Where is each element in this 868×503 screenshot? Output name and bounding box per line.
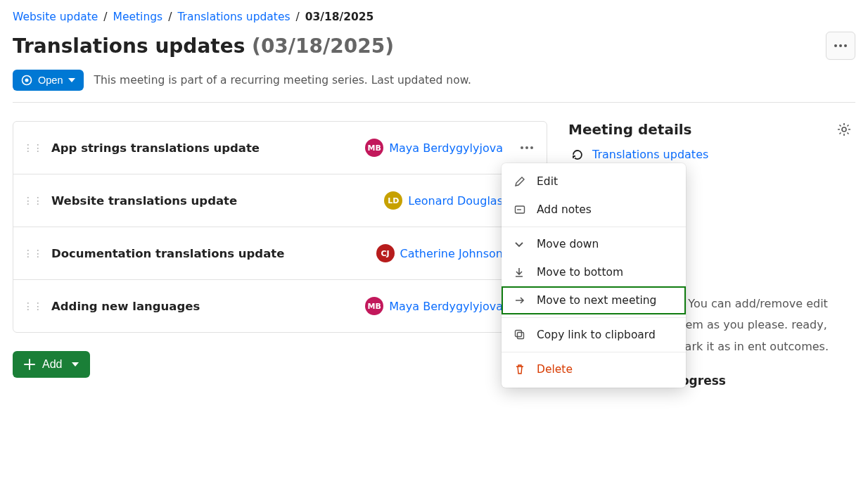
agenda-item[interactable]: ⋮⋮ Website translations update LD Leonar… xyxy=(13,174,547,227)
agenda-item-title: Website translations update xyxy=(51,194,376,208)
svg-point-0 xyxy=(834,44,837,47)
more-icon xyxy=(520,146,534,150)
drag-handle-icon[interactable]: ⋮⋮ xyxy=(23,143,43,153)
recurrence-icon xyxy=(571,148,584,161)
svg-rect-11 xyxy=(516,331,522,337)
settings-button[interactable] xyxy=(833,122,855,137)
agenda-item-more-button[interactable] xyxy=(517,146,537,150)
svg-point-7 xyxy=(530,146,533,149)
svg-point-6 xyxy=(525,146,528,149)
gear-icon xyxy=(837,122,851,136)
arrow-down-to-line-icon xyxy=(514,267,527,277)
menu-delete[interactable]: Delete xyxy=(502,355,686,383)
notes-icon xyxy=(514,204,527,215)
svg-point-1 xyxy=(839,44,842,47)
avatar: LD xyxy=(384,191,402,210)
assignee[interactable]: LD Leonard Douglas xyxy=(384,191,503,210)
menu-edit[interactable]: Edit xyxy=(502,167,686,196)
description-text: n. You can add/remove edit them as you p… xyxy=(674,293,855,357)
agenda-item-context-menu: Edit Add notes Move down xyxy=(502,163,686,388)
drag-handle-icon[interactable]: ⋮⋮ xyxy=(23,196,43,205)
menu-separator xyxy=(502,317,686,318)
menu-move-next-meeting[interactable]: Move to next meeting xyxy=(502,286,686,314)
divider xyxy=(13,102,855,103)
avatar: MB xyxy=(365,297,383,315)
drag-handle-icon[interactable]: ⋮⋮ xyxy=(23,301,43,311)
menu-move-down[interactable]: Move down xyxy=(502,230,686,258)
status-dropdown[interactable]: Open xyxy=(13,70,84,91)
breadcrumb: Website update / Meetings / Translations… xyxy=(13,11,855,23)
avatar: CJ xyxy=(376,244,395,262)
pencil-icon xyxy=(514,176,527,187)
truncated-text: T xyxy=(674,175,855,188)
status-note: This meeting is part of a recurring meet… xyxy=(94,74,471,87)
svg-point-5 xyxy=(521,146,523,149)
caret-down-icon xyxy=(68,78,75,82)
assignee[interactable]: MB Maya Berdygylyjova xyxy=(365,297,503,315)
plus-icon xyxy=(24,359,35,370)
svg-point-12 xyxy=(842,127,846,132)
breadcrumb-separator: / xyxy=(168,11,172,23)
record-icon xyxy=(21,75,32,86)
page-more-button[interactable] xyxy=(826,32,855,60)
caret-down-icon xyxy=(72,362,79,367)
menu-move-bottom[interactable]: Move to bottom xyxy=(502,258,686,286)
breadcrumb-separator: / xyxy=(103,11,107,23)
assignee[interactable]: CJ Catherine Johnson xyxy=(376,244,503,262)
agenda-item[interactable]: ⋮⋮ Documentation translations update CJ … xyxy=(13,227,547,280)
assignee[interactable]: MB Maya Berdygylyjova xyxy=(365,139,503,157)
recurrence-link[interactable]: Translations updates xyxy=(571,148,855,161)
breadcrumb-link[interactable]: Translations updates xyxy=(177,11,290,23)
avatar: MB xyxy=(365,139,383,157)
svg-point-2 xyxy=(844,44,847,47)
breadcrumb-separator: / xyxy=(296,11,300,23)
trash-icon xyxy=(514,364,527,375)
svg-rect-10 xyxy=(518,333,524,339)
arrow-right-icon xyxy=(514,295,527,305)
drag-handle-icon[interactable]: ⋮⋮ xyxy=(23,248,43,258)
agenda-item-title: Adding new languages xyxy=(51,300,357,313)
breadcrumb-link[interactable]: Website update xyxy=(13,11,98,23)
menu-copy-link[interactable]: Copy link to clipboard xyxy=(502,321,686,349)
page-title: Translations updates (03/18/2025) xyxy=(13,34,394,58)
menu-separator xyxy=(502,227,686,227)
svg-point-4 xyxy=(25,79,29,82)
agenda-item[interactable]: ⋮⋮ Adding new languages MB Maya Berdygyl… xyxy=(13,280,547,332)
breadcrumb-link[interactable]: Meetings xyxy=(113,11,163,23)
agenda-item[interactable]: ⋮⋮ App strings translations update MB Ma… xyxy=(13,122,547,174)
copy-icon xyxy=(514,329,527,340)
agenda-item-title: App strings translations update xyxy=(51,141,357,155)
breadcrumb-current: 03/18/2025 xyxy=(305,11,374,23)
menu-add-notes[interactable]: Add notes xyxy=(502,196,686,224)
menu-separator xyxy=(502,352,686,352)
add-button[interactable]: Add xyxy=(13,351,90,378)
more-icon xyxy=(834,44,848,48)
agenda-item-title: Documentation translations update xyxy=(51,247,368,260)
meeting-details-heading: Meeting details xyxy=(568,121,855,138)
agenda-list: ⋮⋮ App strings translations update MB Ma… xyxy=(13,121,547,333)
chevron-down-icon xyxy=(514,239,527,249)
